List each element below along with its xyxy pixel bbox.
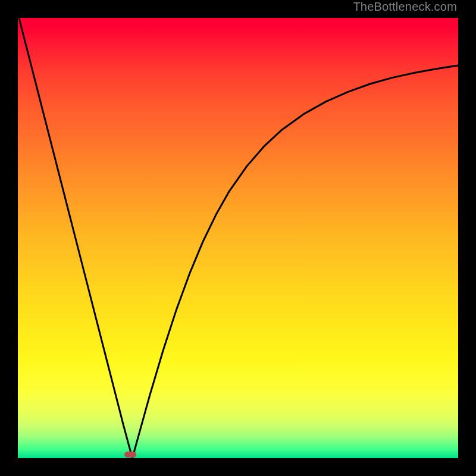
- minimum-marker: [124, 452, 136, 458]
- plot-area: [18, 18, 458, 458]
- chart-frame: TheBottleneck.com: [0, 0, 476, 476]
- bottleneck-curve: [18, 18, 458, 458]
- watermark-text: TheBottleneck.com: [353, 0, 457, 14]
- curve-layer: [18, 18, 458, 458]
